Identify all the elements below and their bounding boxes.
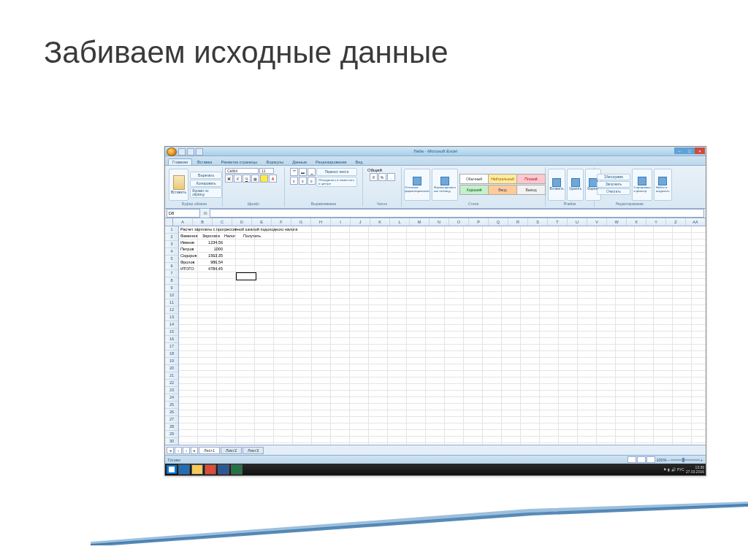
taskbar-ie-icon[interactable] bbox=[178, 464, 190, 475]
sheet-nav-next[interactable]: › bbox=[183, 447, 190, 454]
row-header[interactable]: 15 bbox=[165, 329, 178, 336]
row-header[interactable]: 13 bbox=[165, 314, 178, 321]
col-header[interactable]: T bbox=[548, 218, 568, 226]
col-header[interactable]: V bbox=[587, 218, 607, 226]
col-header[interactable]: K bbox=[370, 218, 390, 226]
tray-lang[interactable]: РУС bbox=[677, 467, 684, 472]
cell[interactable]: Сидоров bbox=[179, 253, 198, 259]
sheet-tab-2[interactable]: Лист2 bbox=[221, 447, 242, 454]
view-normal-button[interactable] bbox=[627, 456, 636, 463]
row-header[interactable]: 22 bbox=[165, 380, 178, 387]
tab-pagelayout[interactable]: Разметка страницы bbox=[217, 159, 261, 165]
row-header[interactable]: 11 bbox=[165, 299, 178, 307]
cell[interactable]: 1000 bbox=[201, 246, 224, 253]
cells[interactable]: Расчет зарплаты с прогрессивной шкалой п… bbox=[179, 226, 706, 445]
row-header[interactable]: 30 bbox=[165, 438, 178, 445]
tab-home[interactable]: Главная bbox=[168, 158, 192, 165]
col-header[interactable]: AA bbox=[686, 218, 706, 226]
col-header[interactable]: A bbox=[173, 218, 193, 226]
style-input[interactable]: Ввод bbox=[488, 185, 517, 195]
style-normal[interactable]: Обычный bbox=[459, 174, 489, 184]
col-header[interactable]: G bbox=[291, 218, 311, 226]
taskbar-explorer-icon[interactable] bbox=[191, 464, 203, 475]
row-header[interactable]: 28 bbox=[165, 423, 178, 431]
row-header[interactable]: 14 bbox=[165, 321, 178, 329]
tab-insert[interactable]: Вставка bbox=[194, 159, 215, 165]
tab-data[interactable]: Данные bbox=[289, 159, 310, 165]
fill-color-button[interactable] bbox=[260, 174, 268, 183]
col-header[interactable]: W bbox=[607, 218, 627, 226]
qat-save-icon[interactable] bbox=[178, 148, 186, 156]
cut-button[interactable]: Вырезать bbox=[190, 172, 222, 179]
currency-button[interactable]: ₽ bbox=[370, 173, 378, 181]
style-output[interactable]: Вывод bbox=[516, 185, 546, 195]
row-header[interactable]: 2 bbox=[165, 234, 178, 241]
col-header[interactable]: I bbox=[331, 218, 351, 226]
cell[interactable]: Иванов bbox=[179, 239, 196, 246]
wrap-text-button[interactable]: Перенос текста bbox=[316, 168, 357, 176]
row-header[interactable]: 12 bbox=[165, 307, 178, 314]
active-cell-cursor[interactable] bbox=[236, 272, 256, 280]
col-header[interactable]: O bbox=[449, 218, 469, 226]
tab-formulas[interactable]: Формулы bbox=[262, 159, 287, 165]
zoom-slider[interactable] bbox=[671, 459, 700, 461]
clear-button[interactable]: Очистить bbox=[597, 188, 630, 195]
cell[interactable]: 4784,45 bbox=[201, 266, 224, 272]
insert-cells-button[interactable]: Вставить bbox=[548, 169, 565, 201]
row-header[interactable]: 21 bbox=[165, 372, 178, 380]
col-header[interactable]: U bbox=[568, 218, 587, 226]
row-header[interactable]: 5 bbox=[165, 256, 178, 263]
sheet-nav-first[interactable]: ◂ bbox=[167, 447, 174, 454]
close-button[interactable]: × bbox=[695, 147, 705, 154]
row-header[interactable]: 23 bbox=[165, 387, 178, 394]
row-header[interactable]: 6 bbox=[165, 263, 178, 270]
cell[interactable]: Петров bbox=[179, 246, 195, 253]
row-header[interactable]: 1 bbox=[165, 226, 178, 234]
cell[interactable]: 1234,56 bbox=[201, 239, 224, 246]
style-bad[interactable]: Плохой bbox=[516, 174, 546, 184]
tray-network-icon[interactable]: ▮ bbox=[668, 467, 670, 472]
zoom-out-button[interactable]: − bbox=[668, 458, 670, 462]
col-header[interactable]: Z bbox=[666, 218, 686, 226]
col-header[interactable]: L bbox=[390, 218, 410, 226]
fill-button[interactable]: Заполнить bbox=[597, 181, 630, 188]
view-pagebreak-button[interactable] bbox=[646, 456, 655, 463]
align-center-button[interactable]: ≡ bbox=[299, 177, 307, 185]
row-header[interactable]: 25 bbox=[165, 402, 178, 409]
underline-button[interactable]: Ч bbox=[243, 174, 251, 183]
bold-button[interactable]: Ж bbox=[225, 174, 233, 183]
cell[interactable]: 1563,35 bbox=[201, 253, 224, 259]
start-button[interactable] bbox=[167, 465, 177, 474]
col-header[interactable]: R bbox=[508, 218, 528, 226]
col-header[interactable]: X bbox=[627, 218, 646, 226]
col-header[interactable]: Q bbox=[489, 218, 508, 226]
row-header[interactable]: 17 bbox=[165, 343, 178, 350]
sheet-tab-3[interactable]: Лист3 bbox=[243, 447, 264, 454]
row-header[interactable]: 18 bbox=[165, 350, 178, 358]
comma-button[interactable]: , bbox=[387, 173, 395, 181]
col-header[interactable]: M bbox=[410, 218, 430, 226]
sort-filter-button[interactable]: Сортировка и фильтр bbox=[632, 169, 652, 201]
name-box[interactable]: D8 bbox=[167, 209, 200, 218]
taskbar-chrome-icon[interactable] bbox=[205, 464, 216, 475]
border-button[interactable]: ▦ bbox=[251, 174, 259, 183]
col-header[interactable]: E bbox=[252, 218, 272, 226]
qat-redo-icon[interactable] bbox=[196, 148, 203, 156]
row-header[interactable]: 29 bbox=[165, 431, 178, 438]
col-header[interactable]: S bbox=[528, 218, 548, 226]
merge-center-button[interactable]: Объединить и поместить в центре bbox=[316, 177, 357, 187]
qat-undo-icon[interactable] bbox=[187, 148, 194, 156]
style-neutral[interactable]: Нейтральный bbox=[488, 174, 517, 184]
row-header[interactable]: 4 bbox=[165, 248, 178, 256]
sheet-nav-last[interactable]: ▸ bbox=[191, 447, 198, 454]
cell[interactable]: Получить bbox=[242, 233, 267, 239]
office-button[interactable] bbox=[167, 147, 177, 156]
taskbar-word-icon[interactable] bbox=[218, 464, 229, 475]
find-select-button[interactable]: Найти и выделить bbox=[654, 169, 672, 201]
col-header[interactable]: D bbox=[232, 218, 252, 226]
copy-button[interactable]: Копировать bbox=[190, 180, 222, 187]
row-header[interactable]: 16 bbox=[165, 336, 178, 343]
delete-cells-button[interactable]: Удалить bbox=[567, 169, 584, 201]
tray-sound-icon[interactable]: 🔊 bbox=[671, 467, 676, 472]
italic-button[interactable]: К bbox=[234, 174, 242, 183]
